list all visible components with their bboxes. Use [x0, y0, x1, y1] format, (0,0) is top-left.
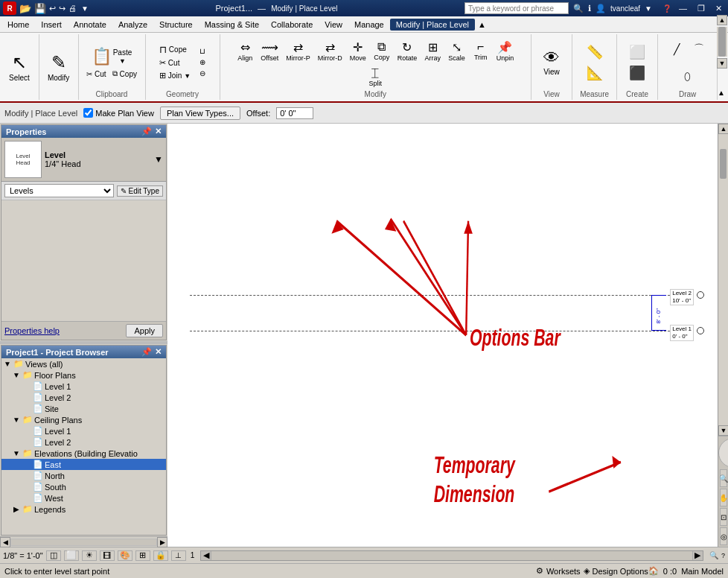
pan-btn[interactable]: ✋	[720, 489, 727, 506]
array-btn[interactable]: ⊞Array	[421, 39, 444, 63]
tree-views-all[interactable]: ▼ 📁 Views (all)	[1, 358, 166, 369]
offset-btn[interactable]: ⟿Offset	[258, 39, 281, 63]
properties-panel-pin[interactable]: 📌	[141, 127, 152, 136]
help-btn[interactable]: ❓	[662, 4, 671, 13]
ribbon-toggle[interactable]: ▲	[475, 20, 489, 29]
canvas-vscroll[interactable]: ▲ ▼ 3D 🔍 ✋ ⊡ ◎	[718, 124, 728, 547]
project-tree-scroll[interactable]: ▼ 📁 Views (all) ▼ 📁 Floor Plans 📄 Level …	[1, 358, 166, 535]
project-browser-titlebar[interactable]: Project1 - Project Browser 📌 ✕	[1, 346, 166, 358]
menu-massing[interactable]: Massing & Site	[199, 19, 265, 31]
create-btn2[interactable]: ⬛	[624, 63, 651, 83]
tree-level1-floor[interactable]: 📄 Level 1	[1, 381, 166, 392]
user-icon[interactable]: 👤	[596, 4, 606, 13]
tree-west[interactable]: 📄 West	[1, 492, 166, 504]
menu-manage[interactable]: Manage	[348, 19, 390, 31]
hide-btn[interactable]: 🔒	[153, 550, 168, 561]
join-btn[interactable]: ⊞ Join ▼	[157, 70, 193, 81]
cut-geometry-btn[interactable]: ✂ Cut	[157, 57, 193, 69]
mirror-pick-btn[interactable]: ⇄Mirror-P	[283, 39, 313, 63]
canvas-scroll-thumb[interactable]	[720, 149, 727, 179]
close-btn[interactable]: ✕	[712, 4, 725, 13]
menu-insert[interactable]: Insert	[35, 19, 68, 31]
canvas-scroll-down[interactable]: ▼	[718, 425, 728, 436]
copy-move-btn[interactable]: ⧉Copy	[371, 39, 393, 63]
create-btn1[interactable]: ⬜	[624, 42, 651, 62]
view-btn[interactable]: 👁 View	[535, 45, 568, 79]
hscroll-bar[interactable]: ◀ ▶	[200, 550, 703, 561]
paste-dropdown[interactable]: ▼	[113, 57, 132, 65]
browser-pin[interactable]: 📌	[141, 347, 152, 357]
tree-legends[interactable]: ▶ 📁 Legends	[1, 504, 166, 515]
properties-panel-titlebar[interactable]: Properties 📌 ✕	[1, 125, 166, 138]
browser-hscroll-track[interactable]	[10, 539, 157, 546]
browser-scroll-up[interactable]: ▲	[717, 15, 727, 25]
edit-type-btn[interactable]: ✎ Edit Type	[117, 185, 163, 197]
menu-analyze[interactable]: Analyze	[112, 19, 153, 31]
menu-collaborate[interactable]: Collaborate	[265, 19, 319, 31]
join-dropdown[interactable]: ▼	[184, 72, 191, 80]
draw-btn3[interactable]: ⬯	[677, 69, 698, 84]
minimize-btn[interactable]: —	[676, 4, 690, 13]
browser-close[interactable]: ✕	[155, 347, 162, 357]
visual-style-btn[interactable]: ⬜	[64, 550, 79, 561]
qat-save[interactable]: 💾	[34, 3, 46, 14]
ceiling-plans-toggle[interactable]: ▼	[12, 416, 21, 424]
detail-level-btn[interactable]: ◫	[46, 550, 61, 561]
select-btn[interactable]: ↖ Select	[3, 49, 36, 85]
qat-open[interactable]: 📂	[19, 3, 31, 14]
views-all-toggle[interactable]: ▼	[3, 360, 12, 368]
render-btn[interactable]: 🎞	[100, 550, 115, 561]
cope-btn[interactable]: ⊓ Cope	[157, 43, 193, 56]
browser-hscroll-right[interactable]: ▶	[157, 537, 167, 547]
modify-btn[interactable]: ✎ Modify	[42, 49, 75, 85]
qat-dropdown[interactable]: ▼	[81, 4, 89, 13]
copy-btn[interactable]: ⧉ Copy	[110, 69, 139, 79]
search-input[interactable]	[464, 2, 569, 14]
offset-input[interactable]	[276, 107, 313, 119]
restore-btn[interactable]: ❐	[695, 4, 708, 13]
crop-btn[interactable]: ⊞	[135, 550, 150, 561]
filter-select[interactable]: Levels	[4, 184, 114, 197]
workplane-btn[interactable]: ⊥	[171, 550, 186, 561]
tree-site[interactable]: 📄 Site	[1, 403, 166, 414]
user-dropdown[interactable]: ▼	[645, 4, 652, 13]
browser-scroll-thumb[interactable]	[718, 27, 726, 57]
qat-print[interactable]: 🖨	[68, 4, 77, 13]
menu-annotate[interactable]: Annotate	[68, 19, 112, 31]
qat-redo[interactable]: ↪	[59, 4, 66, 13]
orbit-btn[interactable]: 3D	[718, 438, 728, 468]
browser-hscroll[interactable]: ◀ ▶	[0, 536, 167, 547]
menu-modify-place-level[interactable]: Modify | Place Level	[390, 19, 475, 31]
model-graphics-btn[interactable]: 🎨	[118, 550, 132, 561]
geom-btn3[interactable]: ⊕	[197, 57, 208, 67]
sun-path-btn[interactable]: ☀	[82, 550, 97, 561]
mirror-draw-btn[interactable]: ⇄Mirror-D	[315, 39, 345, 63]
browser-scroll-down[interactable]: ▼	[717, 58, 727, 69]
cut-btn[interactable]: ✂ Cut	[84, 69, 109, 79]
align-btn[interactable]: ⇔Align	[234, 39, 256, 63]
geom-btn2[interactable]: ⊔	[197, 46, 208, 56]
draw-btn2[interactable]: ⌒	[689, 41, 709, 57]
properties-help-link[interactable]: Properties help	[4, 326, 60, 335]
make-plan-view-checkbox[interactable]	[83, 108, 93, 118]
tree-north[interactable]: 📄 North	[1, 470, 166, 481]
legends-toggle[interactable]: ▶	[12, 505, 21, 513]
tree-level1-ceiling[interactable]: 📄 Level 1	[1, 425, 166, 436]
browser-scroll-track[interactable]	[717, 27, 727, 57]
fit-btn[interactable]: ⊡	[720, 508, 727, 526]
canvas-scroll-up[interactable]: ▲	[718, 124, 728, 134]
browser-hscroll-left[interactable]: ◀	[0, 537, 10, 547]
canvas-area[interactable]: Level 210' - 0" Level 1 0' - 0" 8' - 0" …	[167, 124, 718, 547]
measure-btn2[interactable]: 📐	[581, 63, 608, 83]
scale-modify-btn[interactable]: ⤡Scale	[445, 39, 468, 63]
tree-elevations[interactable]: ▼ 📁 Elevations (Building Elevatio	[1, 448, 166, 459]
measure-btn1[interactable]: 📏	[581, 42, 608, 62]
move-btn[interactable]: ✛Move	[347, 39, 369, 63]
unpin-btn[interactable]: 📌Unpin	[494, 39, 517, 63]
plan-view-types-btn[interactable]: Plan View Types...	[160, 107, 240, 120]
make-plan-view-label[interactable]: Make Plan View	[83, 108, 154, 118]
rotate-btn[interactable]: ↻Rotate	[395, 39, 421, 63]
zoom-btn[interactable]: 🔍	[720, 469, 727, 487]
geom-btn4[interactable]: ⊖	[197, 69, 208, 78]
qat-undo[interactable]: ↩	[49, 4, 56, 13]
